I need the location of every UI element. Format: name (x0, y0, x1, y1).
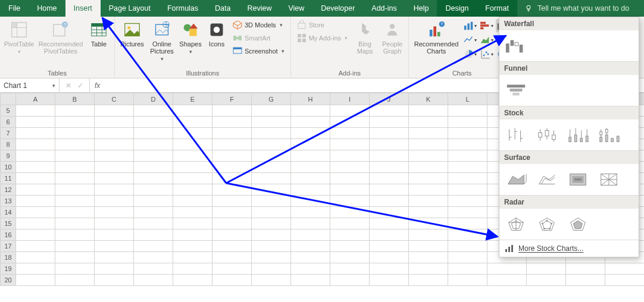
row-header[interactable]: 16 (1, 229, 16, 241)
row-header[interactable]: 8 (1, 139, 16, 150)
row-header[interactable]: 13 (1, 196, 16, 207)
cell[interactable] (291, 229, 330, 241)
cell[interactable] (55, 229, 95, 241)
col-header[interactable]: H (291, 93, 330, 105)
cell[interactable] (212, 263, 252, 275)
cell[interactable] (291, 128, 330, 139)
cell[interactable] (95, 229, 134, 241)
scatter-chart-button[interactable]: ▾ (479, 48, 495, 61)
cell[interactable] (95, 128, 134, 139)
cell[interactable] (330, 275, 370, 286)
cell[interactable] (173, 229, 212, 241)
cell[interactable] (134, 229, 173, 241)
cell[interactable] (330, 263, 370, 275)
col-header[interactable]: L (448, 93, 487, 105)
cell[interactable] (55, 241, 95, 252)
waterfall-chart-option[interactable] (504, 36, 528, 55)
col-header[interactable]: C (95, 93, 134, 105)
column-chart-button[interactable]: ▾ (462, 19, 478, 32)
cell[interactable] (212, 218, 252, 229)
cell[interactable] (487, 263, 527, 275)
cell[interactable] (291, 139, 330, 150)
cell[interactable] (16, 229, 55, 241)
cell[interactable] (173, 117, 212, 128)
cell[interactable] (409, 196, 448, 207)
tab-help[interactable]: Help (405, 0, 437, 17)
cell[interactable] (16, 263, 55, 275)
3d-models-button[interactable]: 3D Models ▾ (230, 19, 287, 31)
cell[interactable] (291, 196, 330, 207)
cell[interactable] (252, 150, 291, 162)
cell[interactable] (55, 207, 95, 218)
cell[interactable] (370, 207, 409, 218)
tab-format[interactable]: Format (477, 0, 517, 17)
cell[interactable] (134, 117, 173, 128)
pictures-button[interactable]: Pictures (118, 19, 146, 48)
cell[interactable] (448, 252, 487, 263)
col-header[interactable]: G (252, 93, 291, 105)
cell[interactable] (330, 207, 370, 218)
row-header[interactable]: 5 (1, 105, 16, 117)
cell[interactable] (212, 196, 252, 207)
cell[interactable] (173, 139, 212, 150)
contour-option[interactable] (566, 170, 590, 189)
row-header[interactable]: 9 (1, 150, 16, 162)
cell[interactable] (291, 207, 330, 218)
name-box[interactable]: Chart 1 ▾ (0, 78, 60, 92)
cell[interactable] (370, 252, 409, 263)
cell[interactable] (134, 263, 173, 275)
cell[interactable] (16, 184, 55, 196)
cell[interactable] (55, 184, 95, 196)
cell[interactable] (173, 128, 212, 139)
cell[interactable] (95, 184, 134, 196)
cell[interactable] (252, 252, 291, 263)
cell[interactable] (55, 162, 95, 173)
tab-add-ins[interactable]: Add-ins (363, 0, 405, 17)
cell[interactable] (252, 207, 291, 218)
cell[interactable] (95, 241, 134, 252)
screenshot-button[interactable]: Screenshot ▾ (230, 45, 287, 57)
cell[interactable] (55, 117, 95, 128)
cell[interactable] (252, 162, 291, 173)
cell[interactable] (291, 184, 330, 196)
cell[interactable] (252, 229, 291, 241)
cell[interactable] (173, 173, 212, 184)
cell[interactable] (448, 105, 487, 117)
funnel-chart-option[interactable] (504, 81, 528, 100)
people-graph-button[interactable]: People Graph (380, 19, 405, 55)
cell[interactable] (55, 173, 95, 184)
cell[interactable] (134, 207, 173, 218)
row-header[interactable]: 15 (1, 218, 16, 229)
cell[interactable] (448, 196, 487, 207)
cell[interactable] (134, 173, 173, 184)
cell[interactable] (134, 162, 173, 173)
cell[interactable] (370, 128, 409, 139)
cell[interactable] (448, 150, 487, 162)
cell[interactable] (16, 117, 55, 128)
cell[interactable] (409, 207, 448, 218)
cell[interactable] (16, 207, 55, 218)
cell[interactable] (16, 105, 55, 117)
cell[interactable] (330, 139, 370, 150)
cell[interactable] (252, 184, 291, 196)
cell[interactable] (448, 128, 487, 139)
cell[interactable] (16, 173, 55, 184)
cell[interactable] (291, 252, 330, 263)
tab-developer[interactable]: Developer (312, 0, 363, 17)
cell[interactable] (487, 275, 527, 286)
cell[interactable] (370, 263, 409, 275)
cell[interactable] (55, 218, 95, 229)
cell[interactable] (330, 229, 370, 241)
smartart-button[interactable]: SmartArt (230, 32, 287, 44)
col-header[interactable]: A (16, 93, 55, 105)
bar-chart-button[interactable]: ▾ (479, 19, 495, 32)
cell[interactable] (330, 196, 370, 207)
cell[interactable] (370, 241, 409, 252)
cell[interactable] (16, 252, 55, 263)
cell[interactable] (95, 252, 134, 263)
stock-vhlc-option[interactable] (566, 125, 590, 144)
tab-data[interactable]: Data (207, 0, 239, 17)
col-header[interactable]: K (409, 93, 448, 105)
cell[interactable] (95, 196, 134, 207)
cell[interactable] (409, 117, 448, 128)
